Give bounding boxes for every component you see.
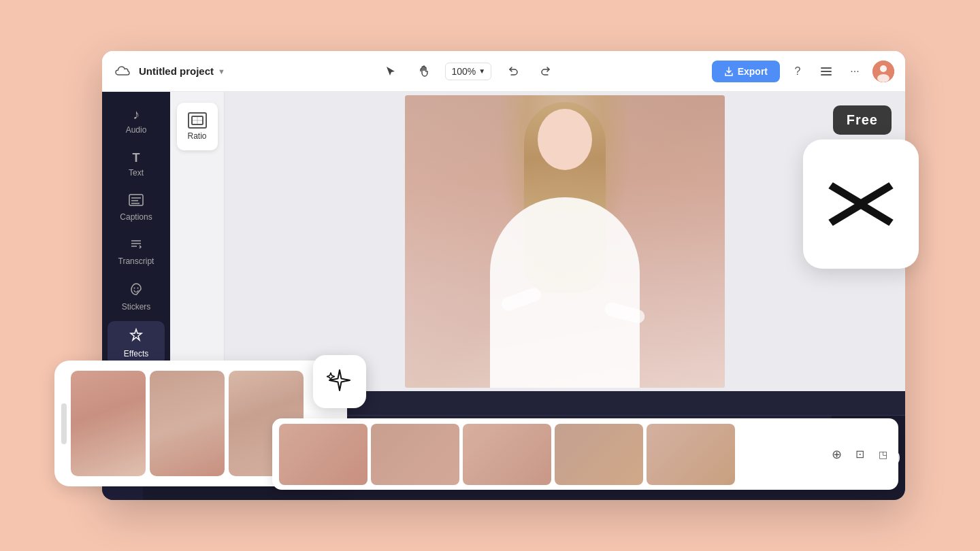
more-button[interactable]: ··· xyxy=(844,61,866,82)
bottom-timeline-strip: ⊕ ⊡ ◳ xyxy=(272,418,898,490)
sidebar-item-captions[interactable]: Captions xyxy=(108,187,165,229)
export-button[interactable]: Export xyxy=(712,61,780,82)
strip-fit-button[interactable]: ⊡ xyxy=(851,446,868,463)
sidebar: ♪ Audio T Text xyxy=(102,92,170,391)
strip-right-controls: ⊕ ⊡ ◳ xyxy=(828,446,892,463)
canvas-content xyxy=(405,95,725,388)
cloud-icon[interactable] xyxy=(113,62,132,81)
scroll-bar xyxy=(61,403,67,444)
strip-thumb-1 xyxy=(279,424,368,485)
ratio-icon xyxy=(188,112,207,129)
effects-star-button[interactable] xyxy=(313,355,366,408)
svg-point-5 xyxy=(877,74,889,82)
ratio-button[interactable]: Ratio xyxy=(177,103,218,150)
header-right: Export ? ··· xyxy=(712,61,894,82)
transcript-icon xyxy=(129,238,144,254)
header-left: Untitled project ▼ xyxy=(113,62,225,81)
sidebar-item-audio[interactable]: ♪ Audio xyxy=(108,100,165,141)
strip-zoom-button[interactable]: ⊕ xyxy=(828,446,845,463)
capcut-logo-card xyxy=(803,139,919,269)
stickers-icon xyxy=(129,282,143,299)
strip-thumb-4 xyxy=(555,424,643,485)
phone-thumbnails xyxy=(71,371,304,476)
zoom-selector[interactable]: 100% ▼ xyxy=(445,63,491,80)
strip-thumb-3 xyxy=(463,424,551,485)
strip-thumb-5 xyxy=(647,424,735,485)
star-sparkle-icon xyxy=(325,367,354,396)
avatar[interactable] xyxy=(872,61,894,82)
strip-thumb-2 xyxy=(371,424,459,485)
project-title[interactable]: Untitled project ▼ xyxy=(139,65,225,77)
header: Untitled project ▼ xyxy=(102,51,905,92)
redo-button[interactable] xyxy=(535,61,557,82)
help-button[interactable]: ? xyxy=(787,61,808,82)
captions-icon xyxy=(129,194,144,210)
header-center: 100% ▼ xyxy=(233,61,704,82)
sidebar-item-transcript[interactable]: Transcript xyxy=(108,231,165,273)
hand-tool-button[interactable] xyxy=(412,61,434,82)
sidebar-item-text[interactable]: T Text xyxy=(108,144,165,184)
sidebar-item-effects[interactable]: Effects xyxy=(108,321,165,365)
svg-point-14 xyxy=(137,288,139,289)
audio-icon: ♪ xyxy=(133,107,140,122)
svg-point-13 xyxy=(134,288,135,289)
free-badge: Free xyxy=(833,105,892,135)
tool-panel: Ratio xyxy=(170,92,225,391)
effects-icon xyxy=(129,328,144,346)
capcut-logo xyxy=(823,167,898,241)
editor-body: ♪ Audio T Text xyxy=(102,92,905,391)
chevron-down-icon: ▼ xyxy=(218,67,225,76)
zoom-chevron-icon: ▼ xyxy=(478,67,485,75)
phone-thumb-2 xyxy=(150,371,225,476)
pointer-tool-button[interactable] xyxy=(380,61,402,82)
svg-point-4 xyxy=(880,65,887,72)
sidebar-item-stickers[interactable]: Stickers xyxy=(108,276,165,318)
list-button[interactable] xyxy=(815,61,837,82)
undo-button[interactable] xyxy=(502,61,524,82)
svg-rect-0 xyxy=(821,67,832,69)
svg-rect-1 xyxy=(821,71,832,72)
phone-thumb-1 xyxy=(71,371,146,476)
svg-rect-2 xyxy=(821,74,832,76)
strip-comment-button[interactable]: ◳ xyxy=(874,446,892,463)
text-icon: T xyxy=(133,151,140,165)
